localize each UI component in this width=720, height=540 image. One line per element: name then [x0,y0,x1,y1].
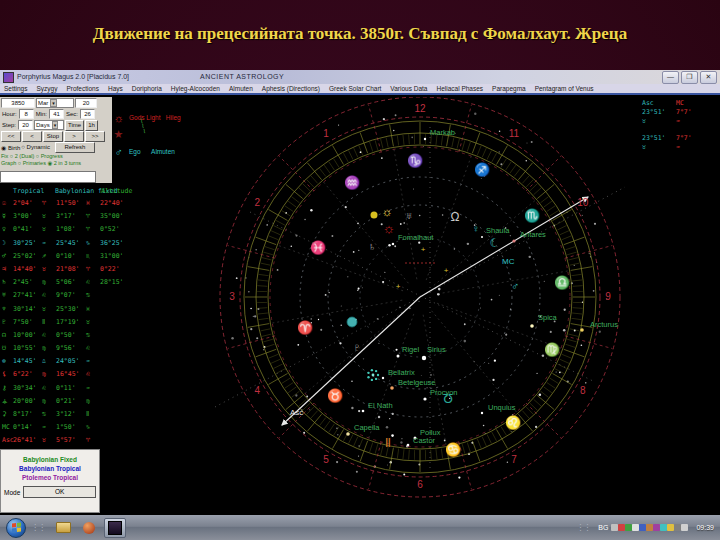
star-dot [392,243,394,245]
tray-icon[interactable] [639,524,646,531]
nav-button[interactable]: << [1,131,21,142]
menu-item[interactable]: Various Data [390,85,427,92]
star-dot [346,432,350,436]
zodiac-sign-glyph: ♌ [505,414,522,431]
planet-row: ♃14°40'♉21°08'♈0°22' [0,263,130,276]
month-dropdown[interactable]: Mar▾ [36,98,74,108]
blank-field[interactable] [0,171,96,183]
language-indicator[interactable]: BG [598,524,608,531]
window-controls: — ❐ ✕ [662,71,717,84]
option-row-1[interactable]: Fix ○ 2 (Dual) ○ Progress [1,153,111,160]
menu-item[interactable]: Heliacal Phases [436,85,483,92]
star-dot [530,324,534,328]
planet-row: ⚸6°22'♍16°45'♌ [0,368,130,381]
mode-option[interactable]: Babylonian Fixed [4,455,96,464]
nav-button[interactable]: > [64,131,84,142]
planet-glyph: Ω [451,210,460,224]
planet-glyph: ☼ [382,205,393,219]
nav-buttons: <<<Stop>>> [1,131,111,141]
mode-option[interactable]: Babylonian Tropical [4,464,96,473]
menu-item[interactable]: Parapegma [492,85,526,92]
tray-icon[interactable] [611,524,618,531]
day-input[interactable]: 20 [75,98,97,108]
planet-row: MC0°14'♒1°50'♑ [0,421,130,434]
refresh-button[interactable]: Refresh [55,142,95,153]
menu-item[interactable]: Profections [66,85,99,92]
window-title: Porphyrius Magus 2.0 [Placidus 7.0] [17,73,129,80]
tray-icon[interactable] [646,524,653,531]
menu-item[interactable]: Settings [4,85,28,92]
mode-option[interactable]: Ptolemeo Tropical [4,473,96,482]
tray-icon[interactable] [660,524,667,531]
min-input[interactable]: 41 [49,109,64,119]
zodiac-sign-glyph: ♑ [407,152,424,169]
taskbar-clock[interactable]: 09:39 [696,524,714,531]
system-tray: ⋮⋮ BG 09:39 [571,523,720,532]
menu-item[interactable]: Syzygy [37,85,58,92]
active-app-taskbar-icon[interactable] [104,518,126,538]
menu-item[interactable]: Hays [108,85,123,92]
year-input[interactable]: 3850 [1,98,35,108]
time-button[interactable]: Time [65,120,84,131]
menu-item[interactable]: Pentagram of Venus [535,85,594,92]
tray-icon[interactable] [653,524,660,531]
browser-taskbar-icon[interactable] [78,518,100,538]
ok-button[interactable]: OK [23,486,96,498]
option-row-2[interactable]: Graph ○ Primaries ◉ 2 in 3 turns [1,160,111,167]
menu-item[interactable]: Greek Solar Chart [329,85,381,92]
zodiac-sign-glyph: ♐ [474,161,491,178]
step-unit-dropdown[interactable]: Days▾ [34,120,64,130]
zodiac-sign-glyph: ♓ [310,239,327,256]
nav-button[interactable]: < [22,131,42,142]
min-label: Min: [35,111,48,117]
planet-row: ⚶20°00'♍0°21'♍ [0,395,130,408]
house-number: 5 [323,454,329,465]
house-number: 12 [414,103,426,114]
explorer-taskbar-icon[interactable] [52,518,74,538]
star-label: Markab [430,128,455,137]
menu-item[interactable]: Doriphoria [132,85,162,92]
one-hour-button[interactable]: 1h [85,120,98,131]
window-titlebar[interactable]: Porphyrius Magus 2.0 [Placidus 7.0] ANCI… [0,70,720,84]
nav-button[interactable]: Stop [43,131,63,142]
maximize-button[interactable]: ❐ [681,71,698,84]
planet-row: ☊10°00'♌0°50'♋ [0,329,130,342]
sec-input[interactable]: 26 [80,109,95,119]
zodiac-sign-glyph: ♈ [297,319,314,336]
house-number: 3 [229,291,235,302]
planet-row: ♄2°45'♍5°06'♌28°15' [0,276,130,289]
step-input[interactable]: 20 [18,120,33,130]
svg-text:+: + [421,245,426,254]
close-button[interactable]: ✕ [700,71,717,84]
nav-button[interactable]: >> [85,131,105,142]
start-button[interactable] [6,518,26,538]
minimize-button[interactable]: — [662,71,679,84]
star-dot [390,386,394,390]
svg-text:+: + [396,282,401,291]
menu-item[interactable]: Aphesis (Directions) [262,85,320,92]
tray-icon[interactable] [667,524,674,531]
angle-label: MC [502,257,515,266]
tray-icon[interactable] [625,524,632,531]
mode-label: Mode [4,489,20,496]
planet-glyph: ☼ [383,220,396,236]
dynamic-radio[interactable]: ○ Dynamic [21,144,50,150]
tray-icon[interactable] [674,524,681,531]
star-dot [424,138,426,140]
tray-icon[interactable] [618,524,625,531]
planet-glyph: ♅ [405,210,413,221]
star-dot [481,412,483,414]
tray-icon[interactable] [632,524,639,531]
zodiac-sign-glyph: Ⅱ [385,435,391,450]
star-label: Capella [354,423,380,432]
planet-glyph: ♀ [472,223,480,234]
menu-item[interactable]: Hyleg-Alcocoden [171,85,220,92]
star-label: Spica [538,313,558,322]
tray-icon[interactable] [681,524,688,531]
birth-radio[interactable]: ◉ Birth [1,144,20,151]
planet-row: ♀0°41'♉1°08'♈0°52' [0,223,130,236]
menu-item[interactable]: Almuten [229,85,253,92]
planet-glyph: ☾ [490,236,501,250]
zodiac-sign-glyph: ♒ [344,174,361,191]
hour-input[interactable]: 8 [19,109,34,119]
